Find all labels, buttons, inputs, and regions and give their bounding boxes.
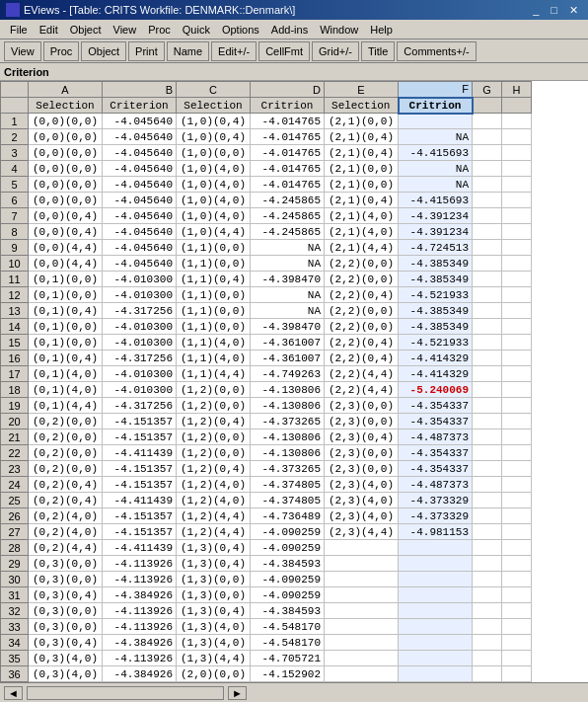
cell-b[interactable]: -4.411439 <box>103 540 177 556</box>
cell-h[interactable] <box>502 303 532 319</box>
table-row[interactable]: 17(0,1)(4,0)-4.010300(1,1)(4,4)-4.749263… <box>1 366 532 382</box>
cell-e[interactable] <box>325 572 399 587</box>
cell-b[interactable]: -4.045640 <box>103 208 177 224</box>
cell-b[interactable]: -4.151357 <box>103 461 177 477</box>
cell-h[interactable] <box>502 445 532 461</box>
cell-b[interactable]: -4.113926 <box>103 572 177 587</box>
cell-e[interactable]: (2,3)(4,0) <box>325 477 399 493</box>
col-header-b[interactable]: B <box>103 82 177 98</box>
cell-h[interactable] <box>502 398 532 414</box>
cell-f[interactable]: -4.354337 <box>399 461 473 477</box>
menu-item-file[interactable]: File <box>4 22 34 38</box>
cell-b[interactable]: -4.010300 <box>103 272 177 287</box>
cell-g[interactable] <box>473 540 502 556</box>
cell-h[interactable] <box>502 429 532 445</box>
cell-f[interactable]: NA <box>399 177 473 193</box>
print-button[interactable]: Print <box>128 41 165 61</box>
horizontal-scrollbar[interactable] <box>27 686 224 700</box>
cell-f[interactable]: -4.385349 <box>399 272 473 287</box>
cell-e[interactable] <box>325 651 399 666</box>
cell-d[interactable]: -4.361007 <box>251 335 325 351</box>
table-row[interactable]: 10(0,0)(4,4)-4.045640(1,1)(0,0)NA(2,2)(0… <box>1 256 532 272</box>
cell-a[interactable]: (0,0)(4,4) <box>29 256 103 272</box>
cell-b[interactable]: -4.010300 <box>103 319 177 335</box>
cell-a[interactable]: (0,1)(0,4) <box>29 351 103 366</box>
menu-item-proc[interactable]: Proc <box>142 22 177 38</box>
table-row[interactable]: 23(0,2)(0,0)-4.151357(1,2)(0,4)-4.373265… <box>1 461 532 477</box>
cell-c[interactable]: (1,0)(4,0) <box>177 208 251 224</box>
cell-c[interactable]: (1,1)(0,0) <box>177 287 251 303</box>
cell-c[interactable]: (1,0)(0,4) <box>177 129 251 145</box>
cell-b[interactable]: -4.010300 <box>103 382 177 398</box>
cell-f[interactable] <box>399 587 473 603</box>
cell-e[interactable]: (2,3)(4,0) <box>325 493 399 508</box>
table-row[interactable]: 28(0,2)(4,4)-4.411439(1,3)(0,4)-4.090259 <box>1 540 532 556</box>
cell-e[interactable] <box>325 635 399 651</box>
table-row[interactable]: 3(0,0)(0,0)-4.045640(1,0)(0,0)-4.014765(… <box>1 145 532 161</box>
cell-h[interactable] <box>502 114 532 129</box>
cell-h[interactable] <box>502 193 532 208</box>
cell-f[interactable]: -4.354337 <box>399 414 473 429</box>
cell-d[interactable]: -4.384593 <box>251 556 325 572</box>
cell-a[interactable]: (0,1)(4,4) <box>29 398 103 414</box>
cell-c[interactable]: (1,2)(4,0) <box>177 493 251 508</box>
grid-button[interactable]: Grid+/- <box>312 41 359 61</box>
table-row[interactable]: 14(0,1)(0,0)-4.010300(1,1)(0,0)-4.398470… <box>1 319 532 335</box>
cell-d[interactable]: -4.090259 <box>251 587 325 603</box>
cell-b[interactable]: -4.113926 <box>103 556 177 572</box>
cell-b[interactable]: -4.045640 <box>103 129 177 145</box>
cell-g[interactable] <box>473 398 502 414</box>
cell-a[interactable]: (0,0)(4,4) <box>29 240 103 256</box>
cell-b[interactable]: -4.151357 <box>103 477 177 493</box>
cell-a[interactable]: (0,2)(4,4) <box>29 540 103 556</box>
cell-g[interactable] <box>473 272 502 287</box>
menu-item-options[interactable]: Options <box>216 22 265 38</box>
cell-b[interactable]: -4.010300 <box>103 287 177 303</box>
cell-c[interactable]: (1,3)(4,0) <box>177 635 251 651</box>
cell-g[interactable] <box>473 193 502 208</box>
cell-d[interactable]: -4.130806 <box>251 382 325 398</box>
cell-e[interactable]: (2,2)(4,4) <box>325 382 399 398</box>
cell-a[interactable]: (0,0)(0,0) <box>29 129 103 145</box>
cell-f[interactable]: -4.391234 <box>399 208 473 224</box>
cell-h[interactable] <box>502 572 532 587</box>
cell-f[interactable]: -4.354337 <box>399 398 473 414</box>
cell-c[interactable]: (1,3)(0,4) <box>177 603 251 619</box>
cell-h[interactable] <box>502 382 532 398</box>
cell-d[interactable]: -4.749263 <box>251 366 325 382</box>
cell-e[interactable]: (2,2)(0,4) <box>325 351 399 366</box>
table-row[interactable]: 34(0,3)(0,4)-4.384926(1,3)(4,0)-4.548170 <box>1 635 532 651</box>
cell-e[interactable]: (2,3)(0,0) <box>325 445 399 461</box>
cell-d[interactable]: -4.373265 <box>251 414 325 429</box>
table-row[interactable]: 4(0,0)(0,0)-4.045640(1,0)(4,0)-4.014765(… <box>1 161 532 177</box>
close-button[interactable]: ✕ <box>565 4 582 17</box>
cell-d[interactable]: -4.384593 <box>251 603 325 619</box>
table-row[interactable]: 1(0,0)(0,0)-4.045640(1,0)(0,4)-4.014765(… <box>1 114 532 129</box>
cell-c[interactable]: (1,1)(4,4) <box>177 366 251 382</box>
cell-g[interactable] <box>473 335 502 351</box>
cell-h[interactable] <box>502 508 532 524</box>
cell-c[interactable]: (1,2)(0,0) <box>177 398 251 414</box>
cell-c[interactable]: (1,0)(4,0) <box>177 177 251 193</box>
cell-c[interactable]: (1,1)(0,0) <box>177 319 251 335</box>
cell-h[interactable] <box>502 256 532 272</box>
cell-f[interactable]: -4.414329 <box>399 366 473 382</box>
cell-b[interactable]: -4.384926 <box>103 666 177 682</box>
cell-h[interactable] <box>502 414 532 429</box>
cell-a[interactable]: (0,3)(4,0) <box>29 651 103 666</box>
cell-b[interactable]: -4.384926 <box>103 587 177 603</box>
cell-g[interactable] <box>473 556 502 572</box>
menu-item-object[interactable]: Object <box>64 22 108 38</box>
cell-g[interactable] <box>473 572 502 587</box>
cell-f[interactable]: -4.385349 <box>399 256 473 272</box>
table-row[interactable]: 11(0,1)(0,0)-4.010300(1,1)(0,4)-4.398470… <box>1 272 532 287</box>
cell-g[interactable] <box>473 524 502 540</box>
cell-g[interactable] <box>473 508 502 524</box>
cell-b[interactable]: -4.045640 <box>103 240 177 256</box>
menu-item-help[interactable]: Help <box>364 22 399 38</box>
cell-b[interactable]: -4.045640 <box>103 224 177 240</box>
cell-e[interactable]: (2,1)(4,0) <box>325 208 399 224</box>
cell-f[interactable]: -4.487373 <box>399 477 473 493</box>
cell-c[interactable]: (1,3)(0,4) <box>177 556 251 572</box>
cell-d[interactable]: -4.374805 <box>251 493 325 508</box>
